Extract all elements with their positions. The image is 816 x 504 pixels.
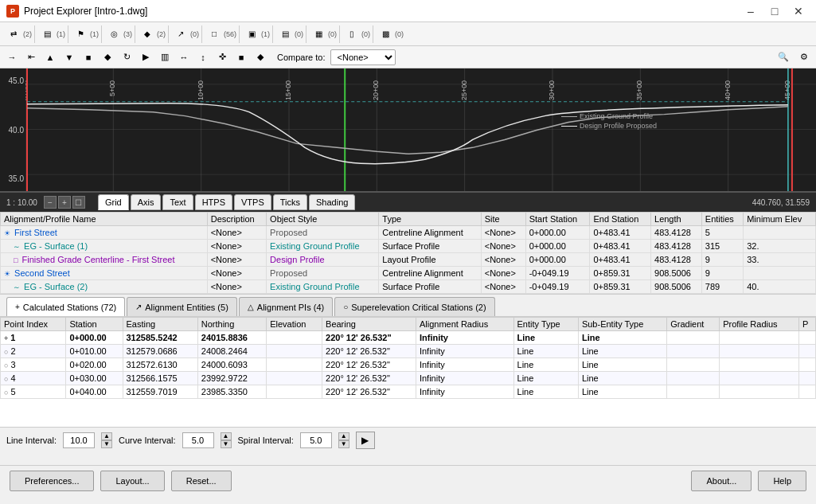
zoom-out-btn[interactable]: − bbox=[44, 196, 57, 209]
toolbar2-btn-8[interactable]: ▶ bbox=[137, 49, 154, 66]
help-button[interactable]: Help bbox=[758, 471, 806, 491]
cell-elevation bbox=[267, 345, 322, 358]
spiral-interval-up[interactable]: ▲ bbox=[338, 432, 349, 440]
tab-alignment-entities[interactable]: ↗ Alignment Entities (5) bbox=[127, 297, 237, 316]
toolbar2-btn-4[interactable]: ▼ bbox=[61, 49, 78, 66]
restore-button[interactable]: □ bbox=[763, 2, 786, 20]
tab-axis[interactable]: Axis bbox=[131, 194, 162, 210]
toolbar2-btn-2[interactable]: ⇤ bbox=[22, 49, 40, 66]
toolbar-btn-table[interactable]: ▩ bbox=[377, 26, 393, 42]
row-icon: ∼ bbox=[14, 283, 20, 291]
toolbar2-btn-14[interactable]: ◆ bbox=[252, 49, 269, 66]
pis-icon: △ bbox=[248, 303, 254, 311]
compare-dropdown[interactable]: <None> bbox=[330, 49, 396, 65]
curve-interval-input[interactable] bbox=[182, 432, 214, 448]
table-row[interactable]: □ Finished Grade Centerline - First Stre… bbox=[1, 253, 816, 267]
toolbar-btn-flag[interactable]: ⚑ bbox=[72, 26, 88, 42]
reset-button[interactable]: Reset... bbox=[171, 471, 232, 491]
row-type: Centreline Alignment bbox=[379, 226, 481, 240]
search-icon-btn[interactable]: 🔍 bbox=[775, 49, 792, 66]
toolbar-secondary: → ⇤ ▲ ▼ ■ ◆ ↻ ▶ ▥ ↔ ↕ ✜ ■ ◆ Compare to: … bbox=[0, 46, 816, 68]
toolbar-btn-arrows[interactable]: ⇄ bbox=[6, 26, 21, 42]
alignment-table: Alignment/Profile Name Description Objec… bbox=[0, 212, 816, 294]
line-interval-spinner: ▲ ▼ bbox=[101, 432, 112, 448]
apply-intervals-btn[interactable]: ▶ bbox=[356, 432, 375, 449]
close-button[interactable]: ✕ bbox=[787, 2, 810, 20]
line-interval-down[interactable]: ▼ bbox=[101, 440, 112, 448]
zoom-fit-btn[interactable]: ☐ bbox=[72, 196, 85, 209]
y-label-40: 40.0 bbox=[2, 126, 24, 135]
col-profile-radius: Profile Radius bbox=[720, 318, 799, 331]
tab-alignment-pis[interactable]: △ Alignment PIs (4) bbox=[239, 297, 333, 316]
data-row[interactable]: ○ 2 0+010.00 312579.0686 24008.2464 220°… bbox=[1, 345, 816, 358]
row-length: 908.5006 bbox=[651, 267, 702, 280]
toolbar2-btn-11[interactable]: ↕ bbox=[194, 49, 212, 66]
scale-bar: 1 : 10.00 − + ☐ Grid Axis Text HTPS VTPS… bbox=[0, 192, 816, 212]
toolbar2-btn-10[interactable]: ↔ bbox=[175, 49, 193, 66]
data-row[interactable]: ○ 3 0+020.00 312572.6130 24000.6093 220°… bbox=[1, 358, 816, 372]
row-site: <None> bbox=[481, 280, 525, 294]
data-row[interactable]: ○ 5 0+040.00 312559.7019 23985.3350 220°… bbox=[1, 385, 816, 399]
toolbar-badge-7: (56) bbox=[224, 30, 236, 38]
toolbar2-btn-13[interactable]: ■ bbox=[232, 49, 250, 66]
toolbar-btn-box[interactable]: ▤ bbox=[277, 26, 293, 42]
cell-bearing: 220° 12' 26.532" bbox=[322, 345, 416, 358]
cell-bearing: 220° 12' 26.532" bbox=[322, 358, 416, 372]
toolbar2-btn-3[interactable]: ▲ bbox=[41, 49, 59, 66]
toolbar-btn-rect[interactable]: ▦ bbox=[310, 26, 326, 42]
curve-interval-up[interactable]: ▲ bbox=[221, 432, 232, 440]
row-desc: <None> bbox=[207, 240, 266, 253]
spiral-interval-down[interactable]: ▼ bbox=[338, 440, 349, 448]
preferences-button[interactable]: Preferences... bbox=[10, 471, 94, 491]
tab-grid[interactable]: Grid bbox=[98, 194, 129, 210]
data-table-scroll[interactable]: Point Index Station Easting Northing Ele… bbox=[0, 317, 816, 427]
table-row[interactable]: ☀ Second Street <None> Proposed Centreli… bbox=[1, 267, 816, 280]
toolbar-btn-layers[interactable]: ▯ bbox=[344, 26, 360, 42]
tab-shading[interactable]: Shading bbox=[309, 194, 355, 210]
toolbar2-btn-6[interactable]: ◆ bbox=[99, 49, 116, 66]
table-row[interactable]: ∼ EG - Surface (2) <None> Existing Groun… bbox=[1, 280, 816, 294]
line-interval-input[interactable] bbox=[63, 432, 95, 448]
toolbar-btn-circle[interactable]: ◎ bbox=[106, 26, 122, 42]
table-row[interactable]: ∼ EG - Surface (1) <None> Existing Groun… bbox=[1, 240, 816, 253]
tab-calculated-stations[interactable]: + Calculated Stations (72) bbox=[6, 297, 125, 316]
toolbar2-btn-5[interactable]: ■ bbox=[80, 49, 97, 66]
about-button[interactable]: About... bbox=[691, 471, 752, 491]
tab-htps[interactable]: HTPS bbox=[195, 194, 232, 210]
legend-existing: Existing Ground Profile bbox=[561, 112, 657, 120]
toolbar2-btn-7[interactable]: ↻ bbox=[118, 49, 135, 66]
layout-button[interactable]: Layout... bbox=[100, 471, 164, 491]
row-start: -0+049.19 bbox=[525, 280, 590, 294]
toolbar2-btn-12[interactable]: ✜ bbox=[213, 49, 231, 66]
cell-easting: 312585.5242 bbox=[123, 331, 197, 345]
toolbar2-btn-9[interactable]: ▥ bbox=[156, 49, 174, 66]
line-interval-up[interactable]: ▲ bbox=[101, 432, 112, 440]
toolbar-btn-diamond[interactable]: ◆ bbox=[139, 26, 155, 42]
toolbar-group-6: ↗ (0) bbox=[170, 25, 202, 43]
table-header-row: Alignment/Profile Name Description Objec… bbox=[1, 213, 816, 226]
toolbar-btn-grid[interactable]: ▤ bbox=[39, 26, 55, 42]
table-row[interactable]: ☀ First Street <None> Proposed Centrelin… bbox=[1, 226, 816, 240]
toolbar-badge-11: (0) bbox=[361, 30, 370, 38]
zoom-in-btn[interactable]: + bbox=[58, 196, 71, 209]
cell-profile-radius bbox=[720, 358, 799, 372]
toolbar2-btn-1[interactable]: → bbox=[3, 49, 21, 66]
spiral-interval-input[interactable] bbox=[300, 432, 332, 448]
cell-p bbox=[798, 385, 815, 399]
toolbar-btn-square[interactable]: □ bbox=[206, 26, 222, 42]
data-row[interactable]: ○ 4 0+030.00 312566.1575 23992.9722 220°… bbox=[1, 372, 816, 385]
toolbar-btn-check[interactable]: ▣ bbox=[244, 26, 260, 42]
tab-vtps[interactable]: VTPS bbox=[234, 194, 271, 210]
tab-ticks[interactable]: Ticks bbox=[273, 194, 307, 210]
row-circle-icon: ○ bbox=[4, 389, 8, 397]
minimize-button[interactable]: – bbox=[740, 2, 762, 20]
data-row[interactable]: + 1 0+000.00 312585.5242 24015.8836 220°… bbox=[1, 331, 816, 345]
row-name-text: EG - Surface (1) bbox=[24, 241, 88, 251]
compare-label: Compare to: bbox=[277, 53, 326, 62]
settings-icon-btn[interactable]: ⚙ bbox=[795, 49, 813, 66]
tab-superelevation[interactable]: ○ Superelevation Critical Stations (2) bbox=[334, 297, 494, 316]
tab-text[interactable]: Text bbox=[162, 194, 193, 210]
row-circle-icon: ○ bbox=[4, 361, 8, 369]
curve-interval-down[interactable]: ▼ bbox=[221, 440, 232, 448]
toolbar-btn-arrow-up[interactable]: ↗ bbox=[173, 26, 189, 42]
